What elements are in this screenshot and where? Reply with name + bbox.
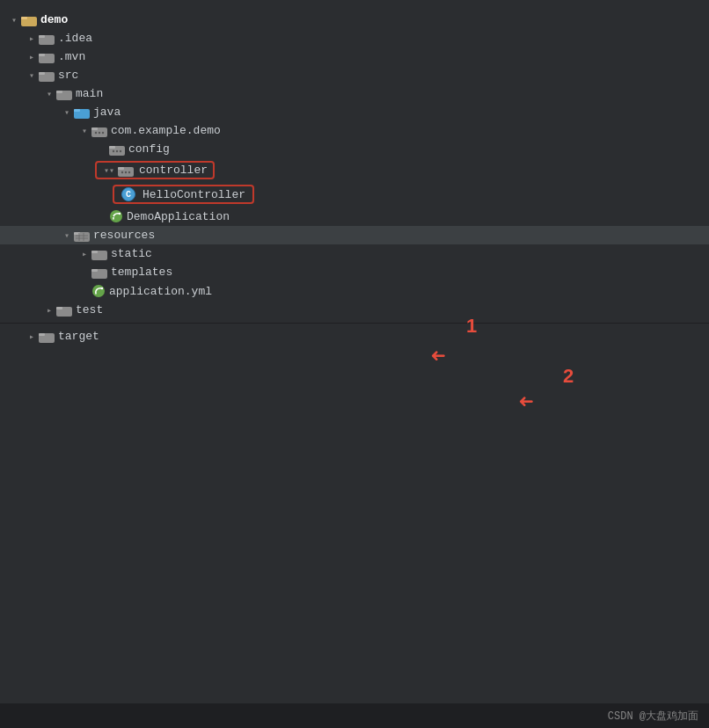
tree-item-application-yml[interactable]: application.yml bbox=[0, 281, 709, 301]
tree-item-java[interactable]: java bbox=[0, 103, 709, 121]
tree-item-com-example[interactable]: com.example.demo bbox=[0, 121, 709, 140]
svg-point-20 bbox=[116, 149, 118, 151]
tree-item-mvn[interactable]: .mvn bbox=[0, 47, 709, 66]
svg-point-29 bbox=[113, 216, 114, 218]
item-label: com.example.demo bbox=[111, 124, 221, 137]
svg-rect-11 bbox=[74, 109, 80, 112]
expand-arrow bbox=[42, 89, 56, 99]
expand-arrow: ▾ bbox=[102, 165, 116, 176]
svg-rect-7 bbox=[39, 72, 45, 75]
tree-item-main[interactable]: main bbox=[0, 84, 709, 103]
svg-rect-18 bbox=[109, 146, 115, 149]
item-label: .idea bbox=[58, 32, 92, 45]
item-label: HelloController bbox=[143, 188, 245, 201]
folder-icon bbox=[21, 14, 37, 26]
tree-item-src[interactable]: src bbox=[0, 66, 709, 84]
expand-arrow bbox=[25, 33, 39, 44]
divider bbox=[0, 323, 709, 324]
svg-point-16 bbox=[102, 131, 104, 133]
svg-point-21 bbox=[120, 149, 121, 151]
tree-item-demo[interactable]: demo bbox=[0, 11, 709, 29]
java-folder-icon bbox=[74, 106, 90, 119]
item-label: java bbox=[93, 106, 121, 119]
svg-point-14 bbox=[95, 131, 97, 133]
folder-icon bbox=[91, 266, 107, 279]
expand-arrow bbox=[60, 230, 74, 241]
svg-point-27 bbox=[110, 210, 122, 222]
tree-item-hello-controller[interactable]: C HelloController bbox=[0, 182, 709, 207]
svg-rect-23 bbox=[118, 167, 124, 170]
tree-item-target[interactable]: target bbox=[0, 327, 709, 346]
item-label: config bbox=[128, 142, 170, 156]
svg-point-19 bbox=[113, 149, 114, 151]
resources-folder-icon bbox=[74, 229, 90, 242]
folder-icon bbox=[39, 33, 55, 45]
item-label: controller bbox=[139, 164, 208, 177]
annotation-arrow-2: ➜ bbox=[519, 387, 534, 417]
tree-item-controller[interactable]: ▾ controller bbox=[0, 158, 709, 182]
svg-point-15 bbox=[99, 131, 100, 133]
item-label: target bbox=[58, 330, 99, 343]
tree-item-static[interactable]: static bbox=[0, 244, 709, 263]
folder-icon bbox=[56, 304, 72, 317]
svg-point-26 bbox=[128, 171, 130, 172]
svg-rect-1 bbox=[21, 17, 27, 19]
spring-icon bbox=[109, 209, 123, 223]
file-tree: demo .idea .mvn src main bbox=[0, 0, 709, 728]
yml-icon bbox=[91, 284, 106, 298]
expand-arrow bbox=[7, 15, 21, 25]
class-icon: C bbox=[121, 187, 135, 201]
svg-rect-9 bbox=[56, 91, 62, 93]
folder-icon bbox=[39, 69, 55, 82]
tree-item-idea[interactable]: .idea bbox=[0, 29, 709, 47]
folder-icon bbox=[39, 51, 55, 63]
svg-point-40 bbox=[92, 285, 105, 297]
svg-rect-45 bbox=[39, 333, 45, 336]
svg-rect-43 bbox=[56, 307, 62, 309]
svg-point-41 bbox=[101, 288, 103, 289]
folder-icon bbox=[56, 88, 72, 100]
item-label: demo bbox=[40, 13, 68, 26]
item-label: application.yml bbox=[109, 285, 212, 298]
annotation-number-2: 2 bbox=[563, 365, 574, 388]
item-label: DemoApplication bbox=[127, 210, 230, 223]
svg-rect-5 bbox=[39, 54, 45, 56]
expand-arrow bbox=[25, 52, 39, 62]
svg-rect-3 bbox=[39, 35, 45, 38]
svg-point-25 bbox=[125, 171, 127, 172]
item-label: resources bbox=[93, 229, 155, 242]
item-label: src bbox=[58, 69, 78, 82]
expand-arrow bbox=[77, 249, 91, 259]
bottom-bar: CSDN @大盘鸡加面 bbox=[0, 703, 709, 728]
expand-arrow bbox=[60, 107, 74, 118]
svg-point-28 bbox=[119, 213, 121, 215]
expand-arrow bbox=[25, 331, 39, 342]
svg-rect-37 bbox=[91, 251, 98, 253]
config-folder-icon bbox=[109, 143, 125, 156]
bottom-bar-text: CSDN @大盘鸡加面 bbox=[608, 709, 698, 724]
tree-item-test[interactable]: test bbox=[0, 301, 709, 319]
package-folder-icon bbox=[91, 125, 107, 137]
tree-item-demo-application[interactable]: DemoApplication bbox=[0, 207, 709, 226]
controller-folder-icon bbox=[118, 164, 134, 177]
folder-icon bbox=[39, 331, 55, 343]
item-label: templates bbox=[111, 266, 172, 279]
item-label: main bbox=[76, 87, 103, 100]
item-label: test bbox=[76, 303, 103, 317]
item-label: .mvn bbox=[58, 50, 85, 63]
expand-arrow bbox=[25, 70, 39, 81]
tree-item-config[interactable]: config bbox=[0, 140, 709, 158]
expand-arrow bbox=[42, 305, 56, 316]
svg-point-24 bbox=[121, 171, 123, 172]
tree-item-templates[interactable]: templates bbox=[0, 263, 709, 281]
svg-rect-39 bbox=[91, 269, 98, 272]
svg-rect-13 bbox=[91, 127, 98, 130]
folder-icon bbox=[91, 248, 107, 260]
annotation-arrow-1: ➜ bbox=[431, 341, 446, 371]
expand-arrow bbox=[77, 126, 91, 136]
item-label: static bbox=[111, 247, 152, 260]
tree-item-resources[interactable]: resources bbox=[0, 226, 709, 244]
